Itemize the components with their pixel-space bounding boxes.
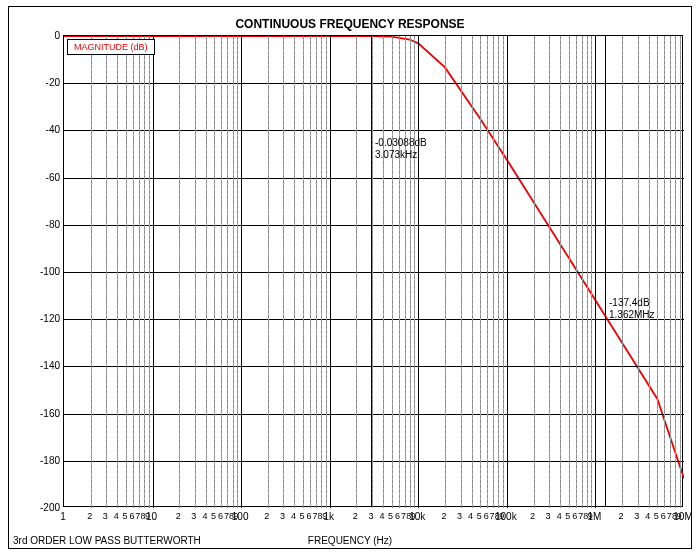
xtick-minor: 6 xyxy=(572,511,577,521)
xtick-minor: 5 xyxy=(477,511,482,521)
xtick-minor: 4 xyxy=(114,511,119,521)
xtick-minor: 2 xyxy=(87,511,92,521)
xtick-major: 1 xyxy=(60,511,66,522)
xtick-minor: 6 xyxy=(218,511,223,521)
xtick-minor: 6 xyxy=(307,511,312,521)
ytick: -80 xyxy=(20,218,60,229)
legend-magnitude: MAGNITUDE (dB) xyxy=(67,39,155,55)
xtick-minor: 5 xyxy=(300,511,305,521)
xtick-minor: 2 xyxy=(353,511,358,521)
ytick: -180 xyxy=(20,454,60,465)
ytick: -120 xyxy=(20,313,60,324)
xtick-major: 10M xyxy=(673,511,692,522)
ytick: -40 xyxy=(20,124,60,135)
xtick-minor: 2 xyxy=(619,511,624,521)
xtick-minor: 4 xyxy=(468,511,473,521)
annotation-1: -0.03088dB 3.073kHz xyxy=(375,137,427,161)
ytick: -160 xyxy=(20,407,60,418)
chart-note: 3rd ORDER LOW PASS BUTTERWORTH xyxy=(13,535,201,546)
xtick-minor: 2 xyxy=(530,511,535,521)
xtick-minor: 6 xyxy=(129,511,134,521)
annotation-1-freq: 3.073kHz xyxy=(375,149,427,161)
chart-title: CONTINUOUS FREQUENCY RESPONSE xyxy=(9,17,691,31)
annotation-1-db: -0.03088dB xyxy=(375,137,427,149)
xtick-major: 1M xyxy=(587,511,601,522)
xtick-minor: 4 xyxy=(557,511,562,521)
xtick-minor: 6 xyxy=(484,511,489,521)
ytick: -100 xyxy=(20,266,60,277)
annotation-2-db: -137.4dB xyxy=(609,297,655,309)
xtick-major: 10 xyxy=(146,511,157,522)
xtick-minor: 3 xyxy=(103,511,108,521)
xtick-minor: 4 xyxy=(645,511,650,521)
ytick: -60 xyxy=(20,171,60,182)
xtick-minor: 3 xyxy=(280,511,285,521)
ytick: -200 xyxy=(20,502,60,513)
xtick-minor: 4 xyxy=(380,511,385,521)
annotation-2-freq: 1.362MHz xyxy=(609,309,655,321)
ytick: -20 xyxy=(20,77,60,88)
annotation-2: -137.4dB 1.362MHz xyxy=(609,297,655,321)
xtick-minor: 5 xyxy=(654,511,659,521)
xtick-minor: 5 xyxy=(122,511,127,521)
xtick-major: 100 xyxy=(232,511,249,522)
xtick-minor: 6 xyxy=(395,511,400,521)
xtick-major: 100k xyxy=(495,511,517,522)
chart-frame: CONTINUOUS FREQUENCY RESPONSE MAGNITUDE … xyxy=(8,6,692,549)
xtick-minor: 2 xyxy=(264,511,269,521)
ytick: -140 xyxy=(20,360,60,371)
plot-area xyxy=(63,35,683,507)
xtick-minor: 3 xyxy=(368,511,373,521)
xtick-minor: 2 xyxy=(176,511,181,521)
xtick-minor: 5 xyxy=(211,511,216,521)
xtick-minor: 3 xyxy=(634,511,639,521)
xtick-minor: 6 xyxy=(661,511,666,521)
marker-line-2 xyxy=(605,35,606,507)
ytick: 0 xyxy=(20,30,60,41)
xtick-minor: 4 xyxy=(291,511,296,521)
xtick-minor: 4 xyxy=(202,511,207,521)
xtick-major: 10k xyxy=(409,511,425,522)
marker-line-1 xyxy=(371,35,372,507)
xtick-minor: 3 xyxy=(457,511,462,521)
xtick-minor: 3 xyxy=(546,511,551,521)
xtick-minor: 3 xyxy=(191,511,196,521)
xtick-major: 1k xyxy=(323,511,334,522)
xtick-minor: 2 xyxy=(441,511,446,521)
xtick-minor: 5 xyxy=(388,511,393,521)
xtick-minor: 5 xyxy=(565,511,570,521)
